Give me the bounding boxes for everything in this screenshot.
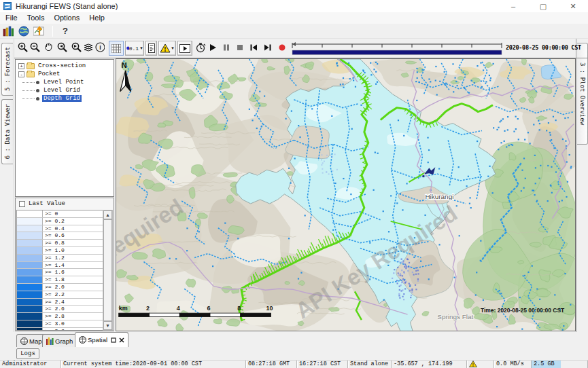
animation-window-button[interactable]	[177, 41, 192, 56]
info-icon[interactable]: i	[94, 41, 107, 54]
tree-label[interactable]: Level Grid	[42, 87, 82, 94]
timeseries-icon[interactable]	[33, 25, 45, 37]
layer-tree-panel: +Cross-section-PocketLevel PointLevel Gr…	[15, 59, 114, 197]
legend-label: >= 2.2	[43, 291, 103, 298]
main-toolbar: ?	[0, 24, 588, 39]
status-cell-4: Stand alone	[348, 361, 392, 368]
help-button[interactable]: ?	[63, 26, 68, 36]
folder-icon	[27, 71, 35, 77]
legend-label: >= 2.6	[43, 306, 103, 312]
expander-icon[interactable]: +	[18, 63, 24, 69]
tree-item-depth-grid[interactable]: Depth Grid	[16, 94, 114, 103]
legend-swatch	[17, 291, 43, 298]
minimize-button[interactable]: –	[498, 0, 528, 12]
legend-label: >= 3.0	[43, 320, 103, 327]
folder-icon	[27, 63, 35, 69]
zoom-next-icon[interactable]	[69, 41, 83, 54]
legend-row: >= 1.4	[17, 262, 103, 270]
svg-text:N: N	[122, 61, 127, 69]
legend-scrollbar[interactable]: ▲ ▼	[103, 210, 113, 331]
legend-list: >= 0>= 0.2>= 0.4>= 0.6>= 0.8>= 1.0>= 1.2…	[16, 210, 103, 331]
menu-options[interactable]: Options	[49, 13, 84, 23]
zoom-out-icon[interactable]	[29, 41, 42, 54]
tab-spatial[interactable]: Spatial	[75, 332, 128, 347]
legend-swatch	[17, 255, 43, 261]
tree-item-pocket[interactable]: -Pocket	[16, 70, 114, 78]
scroll-thumb[interactable]	[103, 219, 112, 321]
legend-swatch	[17, 210, 43, 217]
legend-row: >= 1.2	[17, 255, 103, 262]
legend-panel: Last Value >= 0>= 0.2>= 0.4>= 0.6>= 0.8>…	[15, 198, 114, 331]
area-label: Springs Flat	[437, 313, 473, 320]
zoom-previous-icon[interactable]	[55, 41, 69, 54]
legend-label: >= 1.4	[43, 262, 103, 269]
close-tab-icon	[119, 337, 124, 343]
play-button[interactable]	[207, 41, 218, 54]
scroll-down-icon[interactable]: ▼	[103, 321, 112, 330]
close-button[interactable]: ✕	[558, 0, 588, 12]
record-button[interactable]	[277, 41, 288, 54]
legend-row: >= 2.0	[17, 284, 103, 291]
legend-swatch	[17, 284, 43, 291]
pan-icon[interactable]	[41, 41, 55, 54]
legend-row: >= 1.6	[17, 269, 103, 276]
legend-button[interactable]	[145, 41, 157, 56]
skip-end-button[interactable]	[262, 41, 273, 54]
tree-label[interactable]: Cross-section	[37, 62, 87, 69]
timer-icon[interactable]	[194, 41, 207, 54]
tree-label[interactable]: Pocket	[37, 71, 61, 77]
tree-item-cross-section[interactable]: +Cross-section	[16, 62, 114, 70]
warning-dropdown-button[interactable]: ▼	[158, 41, 176, 56]
legend-label: >= 2.0	[43, 284, 103, 291]
time-slider[interactable]	[291, 41, 503, 56]
chart-icon	[46, 337, 54, 345]
globe-icon[interactable]	[18, 25, 29, 37]
database-icon[interactable]	[2, 25, 14, 37]
grid-layer-button[interactable]	[109, 41, 124, 56]
bullet-icon	[36, 89, 39, 92]
svg-text:10: 10	[266, 305, 273, 312]
legend-row: >= 2.8	[17, 313, 103, 320]
tree-label[interactable]: Depth Grid	[42, 95, 82, 102]
map-view[interactable]: API Key Required API Key Required Hikura…	[116, 58, 576, 331]
tab-graph[interactable]: Graph	[42, 334, 77, 347]
maximize-button[interactable]: ▢	[528, 0, 558, 12]
stop-button[interactable]	[235, 41, 245, 54]
logs-button[interactable]: Logs	[16, 348, 39, 359]
status-cell-0: Administrator	[0, 361, 61, 368]
last-value-checkbox[interactable]	[19, 201, 25, 207]
legend-swatch	[17, 225, 43, 232]
legend-row: >= 0.6	[17, 232, 103, 240]
tab-map[interactable]: Map	[16, 334, 46, 347]
bullet-icon	[36, 81, 39, 84]
legend-row: >= 0.8	[17, 240, 103, 247]
tree-item-level-point[interactable]: Level Point	[16, 78, 114, 86]
skip-start-button[interactable]	[248, 41, 259, 54]
menu-help[interactable]: Help	[84, 13, 109, 23]
menu-bar: FileToolsOptionsHelp	[0, 12, 588, 24]
svg-text:i: i	[99, 44, 101, 51]
contour-value-button[interactable]: 0.1▼	[125, 41, 144, 56]
tree-label[interactable]: Level Point	[42, 79, 85, 86]
town-label: Hikurangi	[425, 193, 453, 200]
status-bar: AdministratorCurrent system time:2020-09…	[0, 360, 588, 368]
legend-row: >= 0	[17, 210, 103, 218]
last-value-label: Last Value	[29, 200, 65, 207]
scroll-up-icon[interactable]: ▲	[103, 210, 112, 219]
menu-file[interactable]: File	[1, 13, 22, 23]
pause-button[interactable]	[221, 41, 232, 54]
status-warning-icon	[469, 361, 477, 367]
status-cell-5: -35.657 , 174.199	[392, 361, 467, 368]
bullet-icon	[36, 97, 39, 100]
tab-forecast[interactable]: 5 : Forecast	[1, 43, 13, 96]
tab-data-viewer[interactable]: 6 : Data Viewer	[1, 99, 13, 164]
svg-text:km: km	[119, 305, 128, 312]
legend-swatch	[17, 247, 43, 254]
zoom-in-icon[interactable]	[16, 41, 30, 54]
tree-item-level-grid[interactable]: Level Grid	[16, 86, 114, 94]
legend-row: >= 1.0	[17, 247, 103, 255]
expander-icon[interactable]: -	[18, 71, 24, 77]
legend-row: >= 2.4	[17, 299, 103, 306]
legend-label: >= 0.8	[43, 240, 103, 246]
menu-tools[interactable]: Tools	[22, 13, 50, 23]
